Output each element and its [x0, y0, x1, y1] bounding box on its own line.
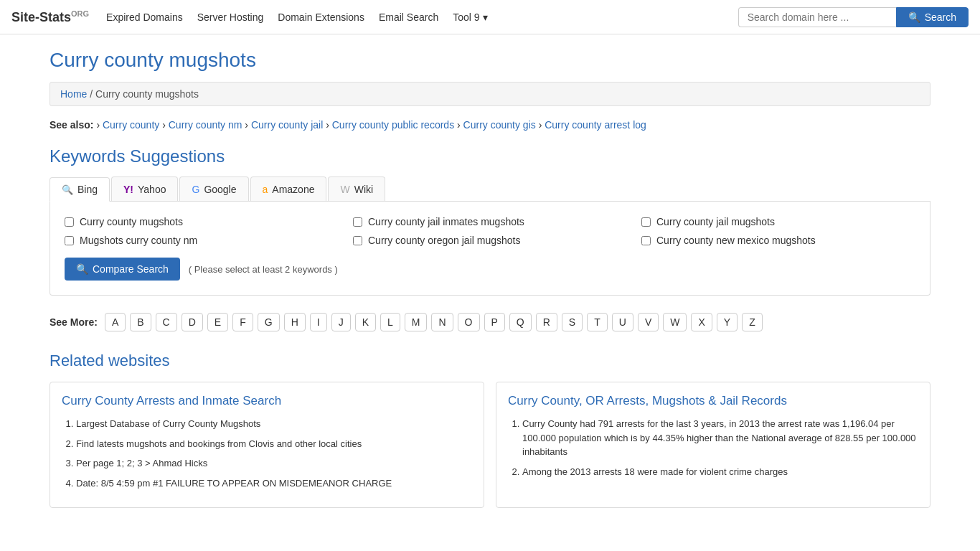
google-icon: G — [192, 184, 199, 195]
keyword-checkbox-1[interactable] — [353, 217, 362, 227]
keyword-checkbox-4[interactable] — [353, 236, 362, 245]
list-item: Date: 8/5 4:59 pm #1 FAILURE TO APPEAR O… — [76, 476, 472, 491]
see-also: See also: › Curry county › Curry county … — [50, 119, 930, 131]
letter-p[interactable]: P — [484, 313, 505, 331]
keyword-checkbox-0[interactable] — [65, 217, 74, 227]
compare-search-button[interactable]: 🔍 Compare Search — [65, 258, 180, 281]
bing-icon: 🔍 — [62, 184, 73, 195]
see-more-label: See More: — [50, 316, 98, 328]
letter-c[interactable]: C — [156, 313, 177, 331]
nav-domain-extensions[interactable]: Domain Extensions — [278, 11, 364, 23]
keyword-item-1[interactable]: Curry county jail inmates mugshots — [353, 216, 627, 227]
letter-u[interactable]: U — [612, 313, 633, 331]
letter-e[interactable]: E — [207, 313, 228, 331]
letter-o[interactable]: O — [458, 313, 480, 331]
keyword-item-0[interactable]: Curry county mugshots — [65, 216, 339, 227]
related-card-1-list: Curry County had 791 arrests for the las… — [508, 417, 918, 479]
navbar: Site-StatsORG Expired Domains Server Hos… — [0, 0, 980, 34]
letter-x[interactable]: X — [691, 313, 712, 331]
letter-g[interactable]: G — [258, 313, 280, 331]
see-more-row: See More: A B C D E F G H I J K L M N O … — [50, 313, 930, 331]
related-websites-title: Related websites — [50, 352, 930, 370]
letter-w[interactable]: W — [663, 313, 687, 331]
list-item: Find latests mugshots and bookings from … — [76, 437, 472, 451]
keyword-tabs: 🔍 Bing Y! Yahoo G Google a Amazone W Wik… — [50, 176, 930, 202]
list-item: Per page 1; 2; 3 > Ahmad Hicks — [76, 456, 472, 471]
letter-i[interactable]: I — [310, 313, 327, 331]
letter-j[interactable]: J — [331, 313, 351, 331]
related-card-0-list: Largest Database of Curry County Mugshot… — [62, 417, 472, 490]
page-title: Curry county mugshots — [50, 49, 930, 72]
related-grid: Curry County Arrests and Inmate Search L… — [50, 382, 930, 508]
breadcrumb-home[interactable]: Home — [60, 88, 87, 100]
letter-k[interactable]: K — [355, 313, 376, 331]
letter-f[interactable]: F — [232, 313, 253, 331]
nav-expired-domains[interactable]: Expired Domains — [106, 11, 183, 23]
keyword-item-5[interactable]: Curry county new mexico mugshots — [641, 235, 915, 246]
keywords-grid: Curry county mugshots Curry county jail … — [65, 216, 915, 246]
breadcrumb-current: Curry county mugshots — [95, 88, 199, 100]
letter-d[interactable]: D — [182, 313, 203, 331]
search-button[interactable]: 🔍 Search — [896, 7, 969, 27]
letter-a[interactable]: A — [105, 313, 126, 331]
letter-q[interactable]: Q — [509, 313, 532, 331]
tab-google[interactable]: G Google — [179, 176, 248, 201]
letter-m[interactable]: M — [405, 313, 428, 331]
letter-h[interactable]: H — [284, 313, 306, 331]
list-item: Largest Database of Curry County Mugshot… — [76, 417, 472, 431]
see-also-link-0[interactable]: Curry county — [103, 119, 159, 131]
keyword-item-3[interactable]: Mugshots curry county nm — [65, 235, 339, 246]
main-content: Curry county mugshots Home / Curry count… — [38, 34, 942, 522]
nav-links: Expired Domains Server Hosting Domain Ex… — [106, 11, 487, 23]
keyword-item-2[interactable]: Curry county jail mugshots — [641, 216, 915, 227]
tab-wiki[interactable]: W Wiki — [328, 176, 385, 201]
tab-yahoo[interactable]: Y! Yahoo — [111, 176, 178, 201]
chevron-down-icon: ▾ — [483, 11, 488, 23]
keywords-box: Curry county mugshots Curry county jail … — [50, 202, 930, 296]
search-icon-compare: 🔍 — [76, 263, 88, 275]
compare-row: 🔍 Compare Search ( Please select at leas… — [65, 258, 915, 281]
breadcrumb: Home / Curry county mugshots — [50, 82, 930, 106]
letter-r[interactable]: R — [536, 313, 557, 331]
nav-email-search[interactable]: Email Search — [379, 11, 438, 23]
tab-amazon[interactable]: a Amazone — [250, 176, 327, 201]
nav-server-hosting[interactable]: Server Hosting — [197, 11, 264, 23]
search-form: 🔍 Search — [738, 7, 969, 27]
see-also-link-4[interactable]: Curry county gis — [463, 119, 536, 131]
tab-bing[interactable]: 🔍 Bing — [50, 177, 110, 202]
amazon-icon: a — [263, 184, 268, 195]
related-card-0-title[interactable]: Curry County Arrests and Inmate Search — [62, 394, 472, 408]
wiki-icon: W — [340, 184, 349, 195]
yahoo-icon: Y! — [123, 184, 133, 195]
letter-y[interactable]: Y — [717, 313, 738, 331]
compare-note: ( Please select at least 2 keywords ) — [189, 264, 338, 275]
search-icon: 🔍 — [908, 11, 920, 23]
keywords-section-title: Keywords Suggestions — [50, 146, 930, 166]
related-card-0: Curry County Arrests and Inmate Search L… — [50, 382, 484, 508]
see-also-link-2[interactable]: Curry county jail — [251, 119, 323, 131]
letter-b[interactable]: B — [130, 313, 151, 331]
list-item: Among the 2013 arrests 18 were made for … — [522, 465, 918, 479]
letter-z[interactable]: Z — [742, 313, 763, 331]
see-also-link-5[interactable]: Curry county arrest log — [545, 119, 646, 131]
list-item: Curry County had 791 arrests for the las… — [522, 417, 918, 459]
letter-v[interactable]: V — [638, 313, 659, 331]
related-card-1-title[interactable]: Curry County, OR Arrests, Mugshots & Jai… — [508, 394, 918, 408]
site-brand[interactable]: Site-StatsORG — [11, 9, 89, 25]
related-card-1: Curry County, OR Arrests, Mugshots & Jai… — [496, 382, 930, 508]
letter-n[interactable]: N — [431, 313, 453, 331]
letter-t[interactable]: T — [587, 313, 608, 331]
see-also-link-3[interactable]: Curry county public records — [332, 119, 454, 131]
see-also-link-1[interactable]: Curry county nm — [169, 119, 242, 131]
keyword-checkbox-5[interactable] — [641, 236, 651, 245]
search-input[interactable] — [738, 7, 896, 27]
keyword-checkbox-3[interactable] — [65, 236, 74, 245]
letter-l[interactable]: L — [380, 313, 400, 331]
keyword-checkbox-2[interactable] — [641, 217, 651, 227]
nav-tool[interactable]: Tool 9 ▾ — [453, 11, 487, 23]
letter-s[interactable]: S — [562, 313, 583, 331]
keyword-item-4[interactable]: Curry county oregon jail mugshots — [353, 235, 627, 246]
